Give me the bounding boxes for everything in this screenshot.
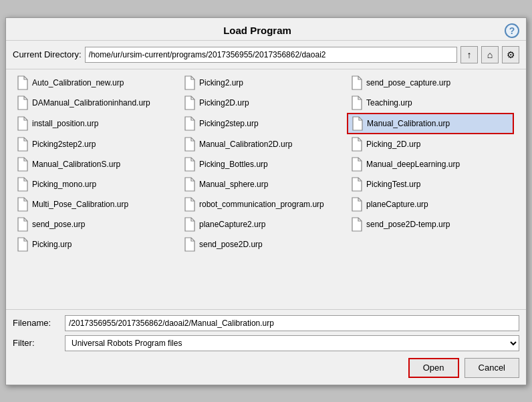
file-name: send_pose_capture.urp — [366, 78, 450, 87]
file-name: Picking2D.urp — [199, 98, 249, 108]
file-icon — [17, 116, 29, 131]
file-icon — [184, 137, 196, 152]
file-name: send_pose2D.urp — [199, 240, 263, 249]
filename-label: Filename: — [13, 318, 59, 328]
file-name: Picking_2D.urp — [366, 140, 420, 149]
file-item[interactable]: Manual_CalibrationS.urp — [13, 154, 180, 174]
file-name: Picking_mono.urp — [32, 180, 96, 189]
file-item[interactable]: Manual_Calibration.urp — [347, 113, 514, 134]
file-name: Manual_deepLearning.urp — [366, 160, 460, 169]
file-icon — [17, 177, 29, 192]
file-icon — [17, 75, 29, 90]
file-icon — [184, 197, 196, 212]
bottom-area: Filename: Filter: Universal Robots Progr… — [6, 310, 526, 355]
file-item[interactable]: Auto_Calibration_new.urp — [13, 73, 180, 93]
file-name: Multi_Pose_Calibration.urp — [32, 200, 128, 209]
help-icon[interactable]: ? — [505, 23, 519, 38]
file-name: Manual_sphere.urp — [199, 180, 268, 189]
file-icon — [17, 197, 29, 212]
file-item[interactable]: Picking2step.urp — [180, 113, 347, 134]
nav-settings-button[interactable]: ⚙ — [502, 46, 519, 63]
file-item[interactable]: send_pose_capture.urp — [347, 73, 514, 93]
file-item[interactable]: Manual_sphere.urp — [180, 174, 347, 194]
file-item[interactable]: planeCapture2.urp — [180, 214, 347, 234]
file-item[interactable]: planeCapture.urp — [347, 194, 514, 214]
current-dir-input[interactable] — [85, 47, 457, 63]
file-name: Picking.urp — [32, 240, 72, 249]
file-icon — [184, 75, 196, 90]
file-icon — [351, 157, 363, 172]
file-icon — [184, 116, 196, 131]
file-item[interactable]: send_pose.urp — [13, 214, 180, 234]
file-item[interactable]: Picking2.urp — [180, 73, 347, 93]
file-name: Auto_Calibration_new.urp — [32, 78, 124, 87]
load-program-dialog: Load Program ? Current Directory: ↑ ⌂ ⚙ … — [5, 17, 527, 385]
file-item[interactable]: Multi_Pose_Calibration.urp — [13, 194, 180, 214]
file-icon — [351, 95, 363, 110]
file-icon — [17, 217, 29, 232]
file-name: Picking_Bottles.urp — [199, 160, 268, 169]
file-area: Auto_Calibration_new.urp Picking2.urp se… — [6, 69, 526, 310]
filter-select[interactable]: Universal Robots Program filesAll files — [65, 335, 519, 351]
file-item[interactable]: Manual_Calibration2D.urp — [180, 134, 347, 154]
file-item[interactable]: Teaching.urp — [347, 93, 514, 113]
file-name: Picking2step.urp — [199, 119, 259, 128]
file-name: PickingTest.urp — [366, 180, 420, 189]
nav-home-button[interactable]: ⌂ — [481, 46, 499, 63]
file-icon — [351, 137, 363, 152]
file-name: Manual_Calibration2D.urp — [199, 140, 292, 149]
file-item[interactable]: DAManual_Calibrationinhand.urp — [13, 93, 180, 113]
file-icon — [17, 137, 29, 152]
file-item[interactable]: Manual_deepLearning.urp — [347, 154, 514, 174]
file-icon — [351, 217, 363, 232]
file-item[interactable]: install_position.urp — [13, 113, 180, 134]
current-dir-label: Current Directory: — [13, 49, 82, 59]
file-item[interactable]: Picking_2D.urp — [347, 134, 514, 154]
file-name: Teaching.urp — [366, 98, 412, 108]
file-item[interactable]: send_pose2D.urp — [180, 234, 347, 254]
file-icon — [352, 116, 364, 131]
file-name: send_pose.urp — [32, 220, 85, 229]
file-item[interactable]: robot_communication_program.urp — [180, 194, 347, 214]
file-name: robot_communication_program.urp — [199, 200, 324, 209]
file-icon — [351, 197, 363, 212]
title-bar: Load Program ? — [6, 18, 526, 41]
file-name: Manual_Calibration.urp — [367, 119, 450, 128]
file-name: Manual_CalibrationS.urp — [32, 160, 120, 169]
file-icon — [17, 237, 29, 252]
file-icon — [184, 177, 196, 192]
file-icon — [351, 75, 363, 90]
file-item[interactable]: Picking2D.urp — [180, 93, 347, 113]
filter-label: Filter: — [13, 338, 59, 348]
dialog-title: Load Program — [223, 25, 291, 36]
file-icon — [17, 95, 29, 110]
current-dir-row: Current Directory: ↑ ⌂ ⚙ — [6, 41, 526, 69]
file-icon — [184, 157, 196, 172]
file-name: install_position.urp — [32, 119, 98, 128]
filename-row: Filename: — [13, 315, 519, 331]
file-icon — [184, 217, 196, 232]
open-button[interactable]: Open — [408, 358, 459, 378]
file-name: send_pose2D-temp.urp — [366, 220, 450, 229]
file-item[interactable]: Picking2step2.urp — [13, 134, 180, 154]
file-icon — [351, 177, 363, 192]
file-name: planeCapture2.urp — [199, 220, 265, 229]
file-item[interactable]: PickingTest.urp — [347, 174, 514, 194]
filter-row: Filter: Universal Robots Program filesAl… — [13, 335, 519, 351]
file-item[interactable]: Picking_Bottles.urp — [180, 154, 347, 174]
file-name: Picking2.urp — [199, 78, 243, 87]
buttons-row: Open Cancel — [6, 355, 526, 385]
file-icon — [184, 237, 196, 252]
file-icon — [17, 157, 29, 172]
cancel-button[interactable]: Cancel — [464, 358, 519, 378]
file-name: DAManual_Calibrationinhand.urp — [32, 98, 150, 108]
nav-up-button[interactable]: ↑ — [460, 46, 478, 63]
file-item[interactable]: Picking_mono.urp — [13, 174, 180, 194]
file-item[interactable]: Picking.urp — [13, 234, 180, 254]
file-item[interactable]: send_pose2D-temp.urp — [347, 214, 514, 234]
file-name: Picking2step2.urp — [32, 140, 96, 149]
file-name: planeCapture.urp — [366, 200, 428, 209]
filename-input[interactable] — [65, 315, 519, 331]
file-icon — [184, 95, 196, 110]
